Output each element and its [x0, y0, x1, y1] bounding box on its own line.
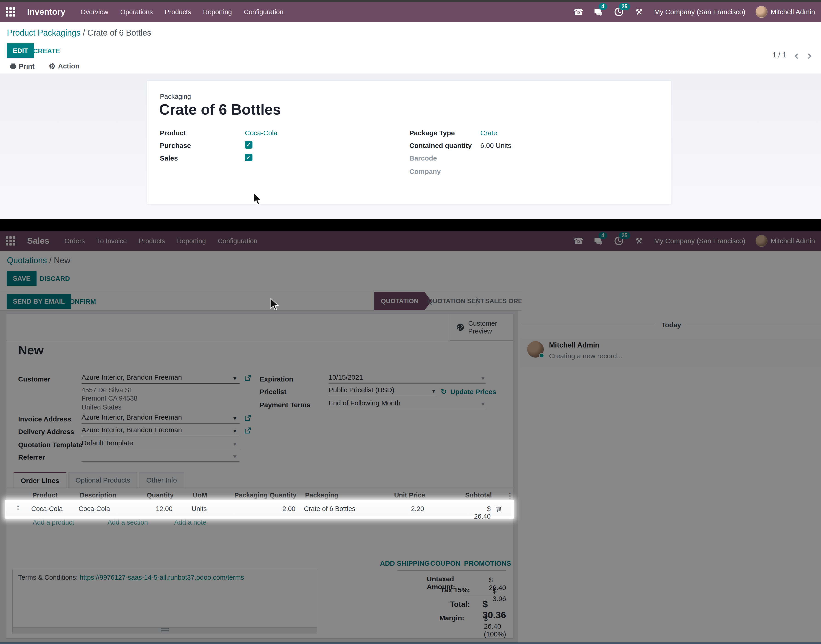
breadcrumb-current: Crate of 6 Bottles	[87, 28, 151, 37]
sales-label: Sales	[160, 154, 178, 162]
breadcrumb: Product Packagings / Crate of 6 Bottles	[7, 28, 151, 38]
nav-menu-configuration[interactable]: Configuration	[244, 8, 284, 16]
mouse-cursor	[253, 192, 263, 205]
nav-menu-products[interactable]: Products	[165, 8, 191, 16]
order-line-row-bg: ▲▼ Coca-Cola Coca-Cola 12.00 Units 2.00 …	[6, 502, 511, 516]
barcode-label: Barcode	[409, 154, 437, 162]
cell-unit-price[interactable]: 2.20	[411, 505, 424, 513]
phone-icon[interactable]: ☎	[573, 7, 583, 17]
product-label: Product	[160, 129, 186, 137]
messages-icon[interactable]: 4	[594, 7, 604, 17]
pager-previous-icon[interactable]	[794, 53, 800, 59]
edit-button[interactable]: EDIT	[7, 43, 34, 58]
cell-description[interactable]: Coca-Cola	[78, 505, 110, 513]
product-value-link[interactable]: Coca-Cola	[245, 129, 278, 137]
cell-packaging-quantity[interactable]: 2.00	[282, 505, 295, 513]
dim-overlay	[0, 231, 821, 642]
action-menu[interactable]: ⚙ Action	[49, 61, 80, 71]
packaging-title: Crate of 6 Bottles	[159, 101, 281, 118]
avatar[interactable]	[755, 6, 767, 18]
breadcrumb-parent[interactable]: Product Packagings	[7, 28, 80, 37]
purchase-label: Purchase	[160, 142, 191, 150]
breadcrumb-separator: /	[83, 28, 85, 37]
nav-menu-overview[interactable]: Overview	[81, 8, 109, 16]
form-type-label: Packaging	[160, 93, 191, 100]
delete-row-icon[interactable]	[495, 505, 502, 513]
sales-window: Sales Orders To Invoice Products Reporti…	[0, 231, 821, 642]
window-separator	[0, 219, 821, 231]
activities-badge: 25	[619, 3, 630, 10]
purchase-checkbox[interactable]: ✓	[245, 141, 252, 149]
nav-menu-operations[interactable]: Operations	[120, 8, 153, 16]
inventory-control-panel: Product Packagings / Crate of 6 Bottles …	[0, 22, 821, 74]
print-menu[interactable]: Print	[10, 63, 34, 70]
debug-tools-icon[interactable]: ⚒	[634, 7, 644, 17]
apps-grid-icon[interactable]	[6, 7, 15, 17]
pager-count: 1 / 1	[772, 51, 786, 59]
action-label: Action	[58, 62, 79, 70]
drag-handle-icon[interactable]: ▲▼	[16, 504, 20, 511]
contained-quantity-value: 6.00	[480, 142, 494, 149]
order-line-row[interactable]: ▲▼ Coca-Cola Coca-Cola 12.00 Units 2.00 …	[5, 500, 514, 518]
cell-subtotal[interactable]: $ 26.40	[470, 505, 491, 520]
gear-icon: ⚙	[49, 61, 55, 71]
messages-badge: 4	[598, 3, 607, 10]
activities-clock-icon[interactable]: 25	[614, 7, 624, 17]
company-label: Company	[409, 168, 441, 175]
window-bottom-edge	[0, 642, 821, 644]
pager-next-icon[interactable]	[806, 53, 811, 59]
cell-packaging[interactable]: Crate of 6 Bottles	[304, 505, 355, 513]
inventory-navbar: Inventory Overview Operations Products R…	[0, 2, 821, 22]
sales-checkbox[interactable]: ✓	[245, 154, 252, 161]
app-name[interactable]: Inventory	[27, 7, 66, 17]
company-switcher[interactable]: My Company (San Francisco)	[654, 8, 746, 16]
packaging-form-card: Packaging Crate of 6 Bottles Product Coc…	[147, 81, 671, 204]
contained-quantity-label: Contained quantity	[409, 142, 472, 150]
package-type-value-link[interactable]: Crate	[480, 129, 497, 137]
nav-menu-reporting[interactable]: Reporting	[203, 8, 232, 16]
print-label: Print	[19, 63, 34, 70]
contained-quantity-uom: Units	[496, 142, 511, 149]
user-menu[interactable]: Mitchell Admin	[771, 8, 815, 16]
printer-icon	[10, 63, 17, 70]
cell-quantity[interactable]: 12.00	[156, 505, 172, 513]
check-icon: ✓	[246, 154, 251, 161]
package-type-label: Package Type	[409, 129, 455, 137]
cell-product[interactable]: Coca-Cola	[31, 505, 63, 513]
check-icon: ✓	[246, 141, 251, 148]
cell-uom[interactable]: Units	[192, 505, 207, 513]
inventory-content: Packaging Crate of 6 Bottles Product Coc…	[0, 74, 821, 219]
window-top-edge	[0, 0, 821, 2]
create-button[interactable]: CREATE	[33, 47, 60, 55]
mouse-cursor	[270, 298, 280, 311]
